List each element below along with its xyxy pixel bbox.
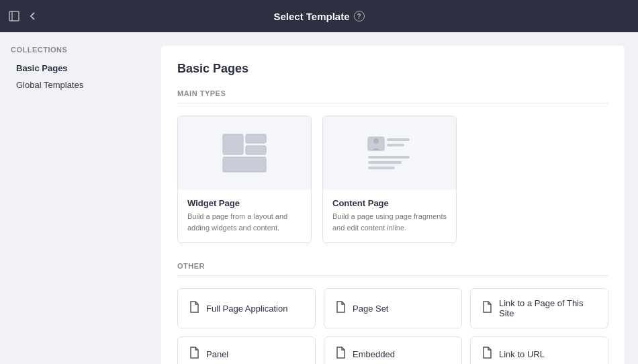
content-page-card[interactable]: Content Page Build a page using page fra… xyxy=(322,116,457,243)
other-card-link-to-url[interactable]: Link to URL xyxy=(470,336,608,364)
doc-icon-link-to-page xyxy=(482,301,492,316)
other-card-panel[interactable]: Panel xyxy=(177,336,316,364)
embedded-label: Embedded xyxy=(353,349,395,359)
widget-page-icon xyxy=(220,132,269,175)
svg-point-7 xyxy=(373,138,379,144)
content-card: Basic Pages MAIN TYPES xyxy=(161,46,625,364)
link-to-page-label: Link to a Page of This Site xyxy=(499,298,597,318)
svg-rect-11 xyxy=(368,161,402,164)
widget-page-name: Widget Page xyxy=(187,198,302,208)
sidebar-toggle-button[interactable] xyxy=(8,10,20,22)
other-card-page-set[interactable]: Page Set xyxy=(324,288,462,328)
main-types-label: MAIN TYPES xyxy=(177,89,608,97)
doc-icon-full-page xyxy=(189,301,199,316)
content-page-icon xyxy=(363,132,416,175)
layout: COLLECTIONS Basic Pages Global Templates… xyxy=(0,32,638,364)
svg-rect-10 xyxy=(368,156,410,158)
svg-rect-8 xyxy=(387,138,410,141)
header-title-text: Select Template xyxy=(273,11,349,22)
svg-rect-0 xyxy=(9,11,19,21)
content-page-body: Content Page Build a page using page fra… xyxy=(323,190,456,242)
main-content: Basic Pages MAIN TYPES xyxy=(148,32,638,364)
doc-icon-link-to-url xyxy=(482,347,492,361)
collections-label: COLLECTIONS xyxy=(11,46,137,54)
content-page-desc: Build a page using page fragments and ed… xyxy=(332,211,447,233)
panel-label: Panel xyxy=(206,349,228,359)
widget-page-desc: Build a page from a layout and adding wi… xyxy=(187,211,302,233)
sidebar-item-basic-pages[interactable]: Basic Pages xyxy=(11,60,137,76)
svg-rect-9 xyxy=(387,144,404,146)
other-grid: Full Page Application Page Set xyxy=(177,288,608,364)
sidebar: COLLECTIONS Basic Pages Global Templates xyxy=(0,32,148,364)
other-card-embedded[interactable]: Embedded xyxy=(324,336,462,364)
back-button[interactable] xyxy=(28,11,38,21)
content-page-preview xyxy=(323,116,456,190)
main-types-grid: Widget Page Build a page from a layout a… xyxy=(177,116,608,243)
help-icon[interactable]: ? xyxy=(354,11,365,21)
main-types-divider xyxy=(177,103,608,103)
header: Select Template ? xyxy=(0,0,638,32)
doc-icon-embedded xyxy=(335,347,346,361)
content-page-name: Content Page xyxy=(332,198,447,208)
svg-rect-5 xyxy=(223,157,266,172)
svg-rect-3 xyxy=(246,134,266,143)
other-divider xyxy=(177,275,608,276)
doc-icon-page-set xyxy=(335,301,346,316)
svg-rect-12 xyxy=(368,167,395,169)
header-title: Select Template ? xyxy=(273,11,364,22)
doc-icon-panel xyxy=(189,347,199,361)
svg-rect-4 xyxy=(246,146,266,154)
other-card-full-page-application[interactable]: Full Page Application xyxy=(177,288,316,328)
sidebar-item-global-templates[interactable]: Global Templates xyxy=(11,77,137,93)
widget-page-body: Widget Page Build a page from a layout a… xyxy=(178,190,311,242)
page-set-label: Page Set xyxy=(353,304,389,314)
link-to-url-label: Link to URL xyxy=(499,349,545,359)
svg-rect-2 xyxy=(223,134,243,154)
full-page-application-label: Full Page Application xyxy=(206,304,287,314)
header-icon-group xyxy=(8,10,38,22)
widget-page-card[interactable]: Widget Page Build a page from a layout a… xyxy=(177,116,312,243)
widget-page-preview xyxy=(178,116,311,190)
section-title: Basic Pages xyxy=(177,62,608,76)
other-card-link-to-page[interactable]: Link to a Page of This Site xyxy=(470,288,608,328)
other-label: OTHER xyxy=(177,262,608,270)
